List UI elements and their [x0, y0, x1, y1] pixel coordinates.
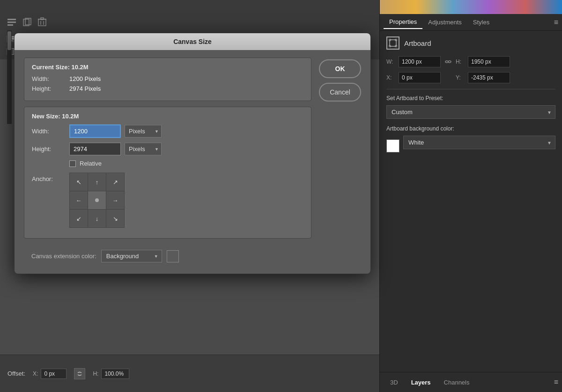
- h-input[interactable]: [468, 56, 510, 67]
- x-coord-label: X:: [33, 370, 38, 377]
- panel-tabs: Properties Adjustments Styles ≡: [380, 14, 562, 31]
- dialog-titlebar: Canvas Size: [15, 33, 370, 50]
- list-scrollbar-thumb[interactable]: [7, 31, 11, 50]
- x-input[interactable]: [399, 72, 441, 83]
- svg-rect-10: [7, 24, 13, 26]
- svg-rect-15: [41, 18, 44, 20]
- width-unit-wrapper: Pixels Percent Inches cm: [121, 125, 162, 138]
- new-size-section: New Size: 10.2M Width: Pixels Percent In…: [24, 107, 311, 239]
- preset-dropdown[interactable]: Custom: [386, 105, 555, 119]
- extension-dropdown[interactable]: Background Foreground White Black Other.…: [101, 250, 162, 262]
- list-scrollbar[interactable]: [7, 30, 12, 124]
- bg-color-swatch[interactable]: [386, 139, 399, 152]
- copy-icon[interactable]: [21, 15, 34, 29]
- bg-color-dropdown[interactable]: White: [403, 136, 555, 149]
- bg-color-dropdown-wrapper: White ▼: [403, 136, 555, 149]
- svg-rect-8: [7, 19, 16, 20]
- extension-row: Canvas extension color: Background Foreg…: [24, 244, 311, 266]
- arrow-left-icon: ←: [76, 197, 82, 204]
- anchor-center[interactable]: [88, 191, 106, 209]
- tab-3d[interactable]: 3D: [384, 375, 405, 390]
- link-icon[interactable]: [444, 57, 453, 66]
- percentage-row: H:: [93, 369, 129, 379]
- anchor-top-right[interactable]: ↗: [106, 173, 124, 191]
- anchor-bottom-right[interactable]: ↘: [106, 210, 124, 227]
- anchor-bottom-left[interactable]: ↙: [70, 210, 88, 227]
- bottom-tab-menu-icon[interactable]: ≡: [554, 378, 558, 386]
- artboard-section: Artboard W: H: X: Y: Set Artboard to Pre…: [380, 31, 562, 161]
- tab-properties[interactable]: Properties: [384, 15, 422, 29]
- current-height-value: 2974 Pixels: [69, 85, 101, 92]
- anchor-middle-right[interactable]: →: [106, 191, 124, 209]
- tab-layers[interactable]: Layers: [405, 375, 437, 390]
- svg-rect-13: [38, 19, 46, 26]
- new-size-title: New Size: 10.2M: [32, 113, 303, 120]
- percentage-label: H:: [93, 370, 98, 377]
- new-width-input[interactable]: [69, 124, 121, 138]
- y-label: Y:: [456, 74, 465, 81]
- relative-checkbox[interactable]: [69, 160, 76, 167]
- svg-point-23: [95, 198, 99, 202]
- left-area: Layer Visibility Nudge Canvas Size Curre…: [0, 0, 379, 392]
- artboard-header: Artboard: [386, 36, 555, 50]
- tab-channels[interactable]: Channels: [437, 375, 476, 390]
- height-unit-dropdown[interactable]: Pixels Percent Inches cm: [125, 143, 162, 155]
- tab-adjustments[interactable]: Adjustments: [422, 16, 467, 29]
- extension-dropdown-wrapper: Background Foreground White Black Other.…: [101, 250, 162, 262]
- new-height-label: Height:: [32, 145, 69, 152]
- dialog-body: Current Size: 10.2M Width: 1200 Pixels H…: [15, 50, 370, 274]
- anchor-grid: ↖ ↑ ↗ ←: [69, 173, 125, 228]
- w-input[interactable]: [399, 56, 441, 67]
- current-width-value: 1200 Pixels: [69, 75, 101, 82]
- top-bar: [0, 0, 379, 30]
- arrow-bottom-right-icon: ↘: [113, 215, 118, 222]
- anchor-row: Anchor: ↖ ↑ ↗: [32, 173, 303, 228]
- bottom-tabs: 3D Layers Channels ≡: [380, 372, 562, 392]
- new-height-input[interactable]: [69, 143, 121, 155]
- canvas-size-dialog: Canvas Size Current Size: 10.2M Width: 1…: [14, 33, 371, 274]
- w-label: W:: [386, 58, 396, 65]
- xy-row: X: Y:: [386, 72, 555, 83]
- arrow-up-icon: ↑: [96, 179, 99, 186]
- bottom-strip: Offset: X: H:: [0, 355, 379, 392]
- new-width-label: Width:: [32, 128, 69, 135]
- current-width-row: Width: 1200 Pixels: [32, 75, 303, 82]
- x-coord-input[interactable]: [41, 369, 67, 379]
- current-height-label: Height:: [32, 85, 69, 92]
- y-input[interactable]: [468, 72, 510, 83]
- arrow-down-icon: ↓: [96, 215, 99, 222]
- bg-color-row: White ▼: [386, 136, 555, 156]
- anchor-top-center[interactable]: ↑: [88, 173, 106, 191]
- offset-label: Offset:: [7, 370, 25, 377]
- tab-styles[interactable]: Styles: [467, 16, 495, 29]
- anchor-middle-left[interactable]: ←: [70, 191, 88, 209]
- preset-label: Set Artboard to Preset:: [386, 95, 555, 102]
- svg-point-6: [448, 61, 451, 63]
- percentage-input[interactable]: [101, 369, 129, 379]
- preset-dropdown-wrapper: Custom ▼: [386, 105, 555, 119]
- layer-visibility-icon[interactable]: [6, 15, 19, 29]
- current-size-section: Current Size: 10.2M Width: 1200 Pixels H…: [24, 58, 311, 101]
- ok-button[interactable]: OK: [319, 59, 361, 78]
- trash-icon[interactable]: [36, 15, 49, 29]
- arrow-top-left-icon: ↖: [76, 179, 81, 186]
- panel-menu-icon[interactable]: ≡: [554, 18, 558, 27]
- arrow-bottom-left-icon: ↙: [76, 215, 81, 222]
- image-strip: [380, 0, 562, 14]
- bg-color-label: Artboard background color:: [386, 125, 555, 132]
- extension-label: Canvas extension color:: [31, 253, 96, 260]
- h-label: H:: [456, 58, 465, 65]
- extension-color-swatch[interactable]: [167, 250, 179, 262]
- artboard-label: Artboard: [404, 39, 431, 47]
- current-width-label: Width:: [32, 75, 69, 82]
- link-button[interactable]: [74, 368, 85, 379]
- anchor-top-left[interactable]: ↖: [70, 173, 88, 191]
- new-height-row: Height: Pixels Percent Inches cm: [32, 143, 303, 155]
- dialog-buttons: OK Cancel: [319, 58, 361, 266]
- relative-label: Relative: [80, 160, 102, 167]
- cancel-button[interactable]: Cancel: [319, 83, 361, 102]
- width-unit-dropdown[interactable]: Pixels Percent Inches cm: [125, 125, 162, 138]
- anchor-bottom-center[interactable]: ↓: [88, 210, 106, 227]
- dialog-title: Canvas Size: [173, 38, 212, 45]
- new-width-row: Width: Pixels Percent Inches cm: [32, 124, 303, 138]
